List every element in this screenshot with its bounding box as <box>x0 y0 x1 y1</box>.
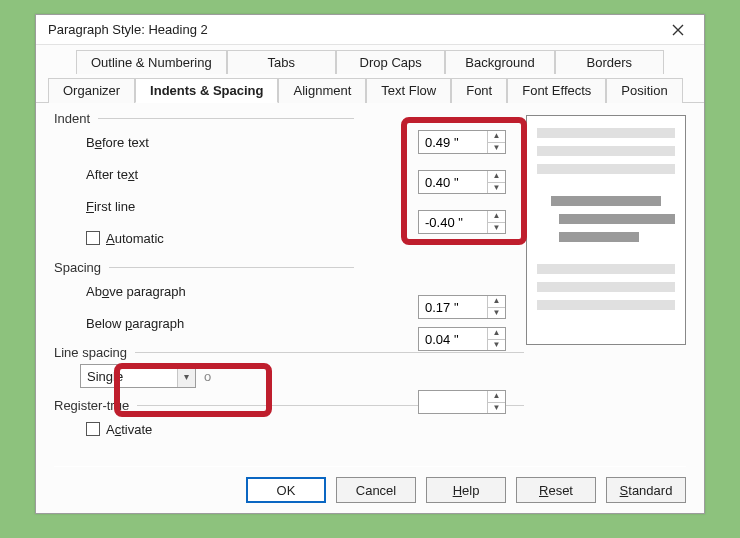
arrow-up-icon[interactable]: ▲ <box>488 296 505 308</box>
paragraph-style-dialog: Paragraph Style: Heading 2 Outline & Num… <box>35 14 705 514</box>
above-paragraph-input[interactable] <box>419 300 487 315</box>
arrow-down-icon[interactable]: ▼ <box>488 183 505 194</box>
after-text-spinbox[interactable]: ▲▼ <box>418 170 506 194</box>
of-label: o <box>204 369 210 384</box>
arrow-down-icon[interactable]: ▼ <box>488 143 505 154</box>
tab-drop-caps[interactable]: Drop Caps <box>336 50 445 74</box>
arrow-up-icon[interactable]: ▲ <box>488 391 505 403</box>
arrow-down-icon[interactable]: ▼ <box>488 403 505 414</box>
arrow-up-icon[interactable]: ▲ <box>488 171 505 183</box>
arrow-down-icon[interactable]: ▼ <box>488 340 505 351</box>
tab-text-flow[interactable]: Text Flow <box>366 78 451 103</box>
checkbox-box-icon <box>86 231 100 245</box>
arrow-up-icon[interactable]: ▲ <box>488 328 505 340</box>
automatic-label: Automatic <box>106 231 164 246</box>
cancel-button[interactable]: Cancel <box>336 477 416 503</box>
activate-checkbox[interactable]: Activate <box>86 422 152 437</box>
chevron-down-icon: ▾ <box>177 365 195 387</box>
line-spacing-value: Single <box>87 369 123 384</box>
tab-indents-spacing[interactable]: Indents & Spacing <box>135 78 278 103</box>
tab-alignment[interactable]: Alignment <box>278 78 366 103</box>
line-spacing-label-text: Line spacing <box>54 345 127 360</box>
close-icon <box>672 24 684 36</box>
spinner-arrows[interactable]: ▲▼ <box>487 296 505 318</box>
below-paragraph-input[interactable] <box>419 332 487 347</box>
line-spacing-select[interactable]: Single ▾ <box>80 364 196 388</box>
first-line-input[interactable] <box>419 215 487 230</box>
register-label-text: Register-true <box>54 398 129 413</box>
help-button[interactable]: Help <box>426 477 506 503</box>
before-text-label: Before text <box>86 135 246 150</box>
tab-background[interactable]: Background <box>445 50 554 74</box>
arrow-up-icon[interactable]: ▲ <box>488 131 505 143</box>
after-text-label: After text <box>86 167 246 182</box>
activate-row: Activate <box>54 413 686 445</box>
tab-position[interactable]: Position <box>606 78 682 103</box>
arrow-down-icon[interactable]: ▼ <box>488 308 505 319</box>
tab-row-upper: Outline & Numbering Tabs Drop Caps Backg… <box>36 49 704 73</box>
spacing-group-label: Spacing <box>54 260 354 275</box>
standard-button[interactable]: Standard <box>606 477 686 503</box>
first-line-label: First line <box>86 199 246 214</box>
line-spacing-row: Single ▾ o <box>54 360 686 392</box>
tab-font-effects[interactable]: Font Effects <box>507 78 606 103</box>
after-text-input[interactable] <box>419 175 487 190</box>
above-paragraph-label: Above paragraph <box>86 284 246 299</box>
tab-font[interactable]: Font <box>451 78 507 103</box>
tab-organizer[interactable]: Organizer <box>48 78 135 103</box>
line-spacing-of-spinbox[interactable]: ▲▼ <box>418 390 506 414</box>
spinner-arrows[interactable]: ▲▼ <box>487 328 505 350</box>
activate-label: Activate <box>106 422 152 437</box>
checkbox-box-icon <box>86 422 100 436</box>
above-paragraph-spinbox[interactable]: ▲▼ <box>418 295 506 319</box>
tab-borders[interactable]: Borders <box>555 50 664 74</box>
tab-tabs[interactable]: Tabs <box>227 50 336 74</box>
tab-row-lower: Organizer Indents & Spacing Alignment Te… <box>36 77 704 103</box>
spacing-label-text: Spacing <box>54 260 101 275</box>
indent-group-label: Indent <box>54 111 354 126</box>
line-spacing-of-input[interactable] <box>419 395 487 410</box>
arrow-down-icon[interactable]: ▼ <box>488 223 505 234</box>
below-paragraph-spinbox[interactable]: ▲▼ <box>418 327 506 351</box>
arrow-up-icon[interactable]: ▲ <box>488 211 505 223</box>
indent-label-text: Indent <box>54 111 90 126</box>
titlebar: Paragraph Style: Heading 2 <box>36 15 704 45</box>
window-title: Paragraph Style: Heading 2 <box>48 22 208 37</box>
before-text-input[interactable] <box>419 135 487 150</box>
reset-button[interactable]: Reset <box>516 477 596 503</box>
preview-pane <box>526 115 686 345</box>
close-button[interactable] <box>658 16 698 44</box>
before-text-spinbox[interactable]: ▲▼ <box>418 130 506 154</box>
automatic-checkbox[interactable]: Automatic <box>86 231 164 246</box>
spinner-arrows[interactable]: ▲▼ <box>487 211 505 233</box>
spinner-arrows[interactable]: ▲▼ <box>487 171 505 193</box>
below-paragraph-label: Below paragraph <box>86 316 246 331</box>
footer-divider <box>54 466 686 467</box>
spinner-arrows[interactable]: ▲▼ <box>487 131 505 153</box>
first-line-spinbox[interactable]: ▲▼ <box>418 210 506 234</box>
tab-outline-numbering[interactable]: Outline & Numbering <box>76 50 227 74</box>
spinner-arrows[interactable]: ▲▼ <box>487 391 505 413</box>
dialog-footer: OK Cancel Help Reset Standard <box>36 477 704 503</box>
ok-button[interactable]: OK <box>246 477 326 503</box>
